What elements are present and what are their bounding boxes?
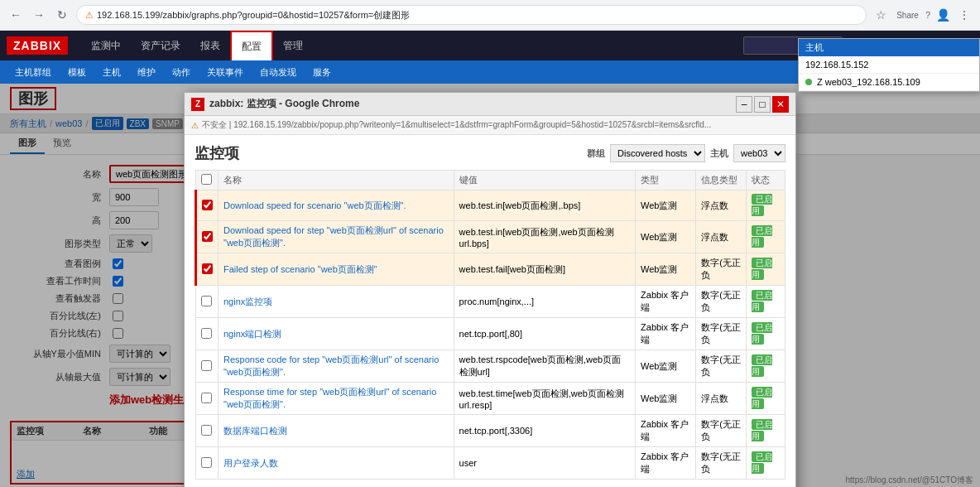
row-key-cell: web.test.in[web页面检测,web页面检测url.bps] [454, 221, 635, 253]
row-name-cell: Response time for step "web页面检测url" of s… [219, 383, 454, 415]
row-checkbox-cell [196, 286, 219, 318]
zabbix-logo[interactable]: ZABBIX [7, 36, 68, 55]
host-filter-label: 主机 [710, 147, 728, 160]
more-button[interactable]: ⋮ [955, 6, 973, 24]
top-nav-items: 监测中 资产记录 报表 配置 管理 [81, 31, 313, 60]
right-panel-host2[interactable]: Z web03_192.168.15.109 [799, 84, 979, 91]
browser-chrome: ← → ↻ ⚠ 192.168.15.199/zabbix/graphs.php… [0, 0, 980, 31]
row-key-cell: web.test.fail[web页面检测] [454, 253, 635, 286]
security-warning-icon: ⚠ [85, 10, 94, 21]
col-infotype: 信息类型 [696, 171, 747, 190]
modal-table-row: Response code for step "web页面检测url" of s… [196, 350, 785, 383]
help-button[interactable]: ? [925, 6, 930, 24]
status-badge: 已启用 [752, 258, 772, 280]
row-infotype-cell: 数字(无正负 [696, 415, 747, 447]
star-button[interactable]: ☆ [872, 6, 890, 24]
modal-addressbar: ⚠ 不安全 | 192.168.15.199/zabbix/popup.php?… [185, 116, 795, 135]
row-type-cell: Zabbix 客户端 [636, 415, 696, 447]
row-status-cell: 已启用 [747, 253, 785, 286]
row-name-link[interactable]: Download speed for scenario "web页面检测". [223, 200, 406, 210]
row-status-cell: 已启用 [747, 350, 785, 383]
nav-maintenance[interactable]: 维护 [129, 60, 164, 84]
group-filter-select[interactable]: Discovered hosts [610, 144, 705, 162]
row-3-checkbox[interactable] [201, 296, 212, 306]
row-type-cell: Web监测 [636, 350, 696, 383]
select-all-checkbox[interactable] [201, 174, 212, 185]
host2-status-dot [805, 84, 812, 85]
row-key-cell: net.tcp.port[,80] [454, 318, 635, 350]
nav-assets[interactable]: 资产记录 [131, 31, 190, 60]
row-name-link[interactable]: nginx端口检测 [223, 329, 281, 339]
col-check [196, 171, 219, 190]
col-status: 状态 [747, 171, 785, 190]
modal-table-row: Failed step of scenario "web页面检测"web.tes… [196, 253, 785, 286]
back-button[interactable]: ← [7, 6, 25, 24]
address-bar[interactable]: ⚠ 192.168.15.199/zabbix/graphs.php?group… [76, 5, 867, 25]
profile-button[interactable]: 👤 [934, 6, 952, 24]
modal-items-table: 名称 键值 类型 信息类型 状态 Download speed for scen… [195, 170, 785, 480]
modal-title-icon: Z [191, 98, 204, 111]
row-infotype-cell: 数字(无正负 [696, 447, 747, 480]
col-key: 键值 [454, 171, 635, 190]
forward-button[interactable]: → [30, 6, 48, 24]
share-button[interactable]: Share [893, 6, 922, 24]
row-name-link[interactable]: nginx监控项 [223, 297, 272, 306]
row-name-link[interactable]: Response time for step "web页面检测url" of s… [223, 387, 436, 409]
row-name-link[interactable]: 用户登录人数 [223, 458, 278, 468]
nav-admin[interactable]: 管理 [273, 31, 313, 60]
row-4-checkbox[interactable] [201, 328, 212, 339]
nav-services[interactable]: 服务 [305, 60, 339, 84]
row-6-checkbox[interactable] [201, 393, 212, 403]
row-8-checkbox[interactable] [201, 457, 212, 468]
nav-templates[interactable]: 模板 [60, 60, 94, 84]
row-name-link[interactable]: 数据库端口检测 [223, 426, 287, 436]
row-type-cell: Web监测 [636, 253, 696, 286]
row-infotype-cell: 浮点数 [696, 221, 747, 253]
row-infotype-cell: 浮点数 [696, 190, 747, 221]
row-7-checkbox[interactable] [201, 425, 212, 436]
nav-discovery[interactable]: 自动发现 [252, 60, 305, 84]
modal-table-row: Download speed for scenario "web页面检测".we… [196, 190, 785, 221]
modal-title-text: zabbix: 监控项 - Google Chrome [209, 97, 734, 111]
row-0-checkbox[interactable] [202, 200, 213, 210]
row-name-link[interactable]: Failed step of scenario "web页面检测" [223, 264, 377, 274]
modal-maximize-button[interactable]: □ [754, 96, 771, 113]
status-badge: 已启用 [752, 322, 772, 345]
modal-table-row: 数据库端口检测net.tcp.port[,3306]Zabbix 客户端数字(无… [196, 415, 785, 447]
row-checkbox-cell [196, 318, 219, 350]
modal-close-button[interactable]: ✕ [772, 96, 789, 113]
nav-hosts[interactable]: 主机 [94, 60, 129, 84]
row-type-cell: Web监测 [636, 190, 696, 221]
modal-table-row: 用户登录人数userZabbix 客户端数字(无正负已启用 [196, 447, 785, 480]
row-key-cell: user [454, 447, 635, 480]
nav-correlations[interactable]: 关联事件 [199, 60, 252, 84]
modal-overlay: Z zabbix: 监控项 - Google Chrome – □ ✕ ⚠ 不安… [0, 84, 980, 487]
nav-config[interactable]: 配置 [230, 31, 273, 60]
row-status-cell: 已启用 [747, 383, 785, 415]
row-status-cell: 已启用 [747, 286, 785, 318]
row-key-cell: proc.num[nginx,...] [454, 286, 635, 318]
group-filter-label: 群组 [587, 147, 605, 160]
reload-button[interactable]: ↻ [53, 6, 71, 24]
nav-hostgroups[interactable]: 主机群组 [7, 60, 60, 84]
page-content: 图形 所有主机 / web03 / 已启用 ZBX SNMP JMX IPMI … [0, 84, 980, 487]
host-filter-select[interactable]: web03 [733, 144, 785, 162]
row-name-link[interactable]: Response code for step "web页面检测url" of s… [223, 354, 439, 377]
status-badge: 已启用 [752, 419, 772, 441]
row-key-cell: web.test.time[web页面检测,web页面检测url.resp] [454, 383, 635, 415]
row-5-checkbox[interactable] [201, 360, 212, 371]
row-status-cell: 已启用 [747, 415, 785, 447]
nav-monitor[interactable]: 监测中 [81, 31, 131, 60]
modal-minimize-button[interactable]: – [736, 96, 752, 113]
url-text: 192.168.15.199/zabbix/graphs.php?groupid… [97, 9, 410, 22]
row-name-link[interactable]: Download speed for step "web页面检测url" of … [223, 225, 444, 248]
nav-actions[interactable]: 动作 [164, 60, 199, 84]
row-infotype-cell: 浮点数 [696, 383, 747, 415]
modal-url-text: 不安全 | 192.168.15.199/zabbix/popup.php?wr… [202, 119, 711, 131]
nav-reports[interactable]: 报表 [190, 31, 230, 60]
row-2-checkbox[interactable] [202, 263, 213, 274]
row-1-checkbox[interactable] [202, 231, 213, 242]
status-badge: 已启用 [752, 290, 772, 312]
row-checkbox-cell [196, 350, 219, 383]
modal-content: 监控项 群组 Discovered hosts 主机 web03 [185, 135, 795, 487]
